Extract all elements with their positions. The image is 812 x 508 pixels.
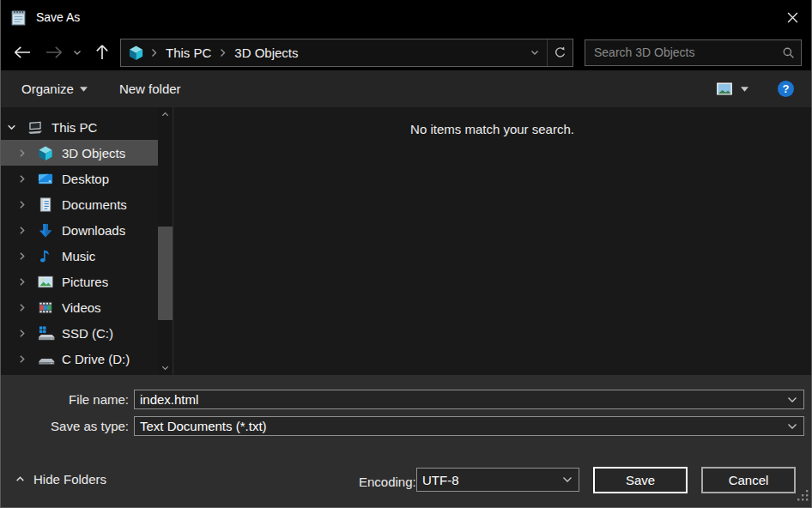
scroll-up-button[interactable] [158,107,173,122]
back-button[interactable] [5,37,39,68]
recent-locations-button[interactable] [68,37,87,68]
caret-down-icon [80,87,88,92]
save-as-type-label: Save as type: [1,419,134,433]
new-folder-button[interactable]: New folder [119,82,181,96]
back-arrow-icon [13,45,32,59]
tree-chevron-icon[interactable] [16,199,37,210]
window-title: Save As [36,10,80,24]
sidebar-scrollbar[interactable] [158,107,173,375]
music-icon [37,247,56,264]
sidebar-tree: This PC 3D Objects Desktop Documents Dow… [1,107,158,375]
sidebar-item-ssd-c[interactable]: SSD (C:) [1,320,158,346]
scroll-down-button[interactable] [158,360,173,375]
navigation-bar: This PC 3D Objects [0,34,812,70]
videos-icon [37,299,56,316]
sidebar-item-c-drive-d[interactable]: C Drive (D:) [1,346,158,372]
caret-down-icon [741,87,748,92]
downloads-icon [37,221,56,239]
sidebar-item-desktop[interactable]: Desktop [1,166,158,191]
tree-chevron-icon[interactable] [16,302,37,313]
tree-chevron-icon[interactable] [16,328,37,339]
sidebar-item-label: Documents [62,197,127,212]
encoding-select[interactable]: UTF-8 [416,468,579,492]
new-folder-label: New folder [119,82,181,96]
search-box[interactable] [585,39,802,66]
chevron-down-icon [530,47,540,57]
address-bar[interactable]: This PC 3D Objects [120,39,573,67]
sidebar-item-documents[interactable]: Documents [1,191,158,217]
search-input[interactable] [585,45,775,59]
sidebar-item-videos[interactable]: Videos [1,294,158,320]
tree-chevron-icon[interactable] [16,354,37,365]
file-name-label: File name: [1,392,134,407]
scrollbar-thumb[interactable] [158,227,173,320]
notepad-icon [9,9,27,27]
refresh-icon [554,46,567,59]
change-view-button[interactable] [716,82,748,95]
question-mark-icon: ? [783,82,790,95]
scrollbar-track[interactable] [158,122,173,360]
breadcrumb-separator-icon [150,48,158,57]
pictures-icon [37,273,56,290]
file-name-input[interactable] [135,392,781,407]
tree-chevron-icon[interactable] [16,276,37,287]
cancel-button[interactable]: Cancel [701,467,796,493]
search-icon [775,46,801,59]
chevron-down-icon[interactable] [781,396,803,403]
tree-chevron-icon[interactable] [16,225,37,236]
cube-3d-icon [37,144,56,161]
sidebar-item-label: C Drive (D:) [62,352,130,366]
sidebar-item-downloads[interactable]: Downloads [1,217,158,243]
drive-windows-icon [37,324,56,342]
tree-chevron-icon[interactable] [16,148,37,159]
forward-button[interactable] [39,37,68,68]
cancel-button-label: Cancel [729,473,769,487]
save-as-type-select[interactable]: Text Documents (*.txt) [134,416,804,436]
organize-menu-button[interactable]: Organize [21,82,88,96]
title-bar: Save As [0,0,812,34]
chevron-down-icon[interactable] [781,423,803,430]
desktop-icon [37,170,56,187]
sidebar-item-this-pc[interactable]: This PC [1,114,158,140]
encoding-label: Encoding: [359,475,416,489]
close-button[interactable] [773,0,812,34]
save-as-dialog: Save As This PC 3D Objects [0,0,812,508]
close-icon [787,12,798,23]
chevron-up-icon [15,474,26,485]
sidebar-item-pictures[interactable]: Pictures [1,269,158,294]
this-pc-icon [27,118,45,136]
file-name-combobox[interactable] [134,390,804,409]
sidebar-item-label: Videos [62,300,101,315]
tree-chevron-icon[interactable] [16,173,37,184]
chevron-down-icon[interactable] [556,476,579,483]
3d-objects-cube-icon [128,45,144,61]
up-button[interactable] [87,37,117,68]
save-button[interactable]: Save [593,467,688,493]
help-button[interactable]: ? [778,81,794,97]
sidebar-item-label: Pictures [62,275,108,289]
save-as-type-value: Text Documents (*.txt) [135,419,781,433]
sidebar-item-label: Desktop [62,172,109,186]
resize-grip-icon[interactable] [797,489,809,505]
sidebar-item-music[interactable]: Music [1,243,158,269]
chevron-down-icon [72,47,82,57]
file-list-pane[interactable]: No items match your search. [173,107,811,375]
navigation-sidebar: This PC 3D Objects Desktop Documents Dow… [1,107,173,375]
sidebar-item-label: SSD (C:) [62,326,113,341]
address-dropdown-button[interactable] [523,39,547,66]
refresh-button[interactable] [547,39,573,66]
breadcrumb-separator-icon [219,48,227,57]
hide-folders-button[interactable]: Hide Folders [15,472,106,487]
encoding-value: UTF-8 [417,473,556,487]
tree-chevron-icon[interactable] [6,122,27,133]
breadcrumb-this-pc[interactable]: This PC [164,44,213,62]
drive-icon [37,350,56,367]
tree-chevron-icon[interactable] [16,251,37,262]
sidebar-item-label: 3D Objects [62,146,125,160]
sidebar-item-label: Downloads [62,223,125,238]
breadcrumb-3d-objects[interactable]: 3D Objects [233,44,300,62]
documents-icon [37,196,56,213]
sidebar-item-3d-objects[interactable]: 3D Objects [1,140,158,166]
thumbnail-view-icon [716,82,733,95]
organize-label: Organize [21,82,74,96]
